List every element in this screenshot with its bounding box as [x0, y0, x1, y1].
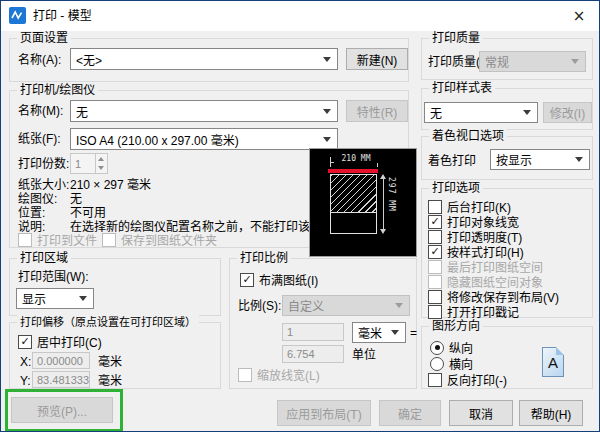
scale-lineweights-checkbox-row[interactable]: 缩放线宽(L) — [238, 366, 320, 383]
apply-to-layout-button[interactable]: 应用到布局(T) — [277, 400, 371, 426]
scale-label: 比例(S): — [238, 299, 281, 313]
chevron-down-icon — [323, 57, 331, 62]
dimension-arrow-down-icon — [380, 229, 386, 234]
fit-to-paper-checkbox-row[interactable]: 布满图纸(I) — [240, 271, 318, 288]
edit-style-button[interactable]: 修改(I) — [543, 102, 592, 123]
group-shaded-viewport: 着色视口选项 着色打印 按显示 — [421, 136, 593, 180]
printer-name-select[interactable]: 无 — [70, 100, 338, 122]
printer-name-label: 名称(M): — [18, 104, 63, 118]
cancel-button[interactable]: 取消 — [449, 400, 513, 426]
paper-select[interactable]: ISO A4 (210.00 x 297.00 毫米) — [70, 128, 338, 150]
plot-to-file-checkbox[interactable] — [18, 233, 32, 247]
portrait-label: 纵向 — [449, 339, 473, 356]
reverse-plot-label: 反向打印(-) — [447, 371, 507, 388]
center-plot-checkbox-row[interactable]: 居中打印(C) — [18, 333, 102, 350]
equals-sign: = — [410, 326, 417, 340]
chevron-down-icon — [391, 330, 399, 335]
plot-style-select[interactable]: 无 — [424, 102, 538, 123]
option-checkbox[interactable] — [428, 200, 442, 214]
group-title: 打印选项 — [429, 181, 483, 195]
x-offset-label: X: — [20, 355, 31, 369]
option-checkbox[interactable] — [428, 245, 442, 259]
option-checkbox[interactable] — [428, 305, 442, 319]
portrait-radio[interactable] — [430, 341, 444, 355]
group-title: 着色视口选项 — [429, 129, 507, 143]
chevron-down-icon — [323, 109, 331, 114]
group-plot-style-table: 打印样式表 无 修改(I) — [421, 88, 593, 130]
paper-value: ISO A4 (210.00 x 297.00 毫米) — [76, 131, 239, 148]
new-button[interactable]: 新建(N) — [346, 48, 408, 70]
group-title: 打印区域 — [17, 251, 71, 265]
help-button[interactable]: 帮助(H) — [519, 400, 583, 426]
group-title: 页面设置 — [17, 31, 71, 45]
option-checkbox[interactable] — [428, 230, 442, 244]
portrait-radio-row[interactable]: 纵向 — [430, 339, 473, 356]
option-row[interactable]: 打开打印戳记 — [428, 303, 519, 320]
group-plot-area: 打印区域 打印范围(W): 显示 — [9, 258, 221, 316]
properties-button[interactable]: 特性(R) — [346, 100, 408, 122]
plot-range-select[interactable]: 显示 — [16, 288, 94, 309]
app-icon — [9, 7, 26, 24]
shade-plot-value: 按显示 — [496, 151, 532, 168]
reverse-plot-checkbox[interactable] — [428, 373, 442, 387]
option-checkbox[interactable] — [428, 290, 442, 304]
plot-to-file-checkbox-row[interactable]: 打印到文件 — [18, 231, 97, 248]
plot-area-hatch — [330, 174, 377, 213]
group-plot-quality: 打印质量 打印质量(Q): 常规 — [421, 38, 593, 80]
center-plot-checkbox[interactable] — [18, 335, 32, 349]
copies-stepper[interactable]: 1 — [70, 153, 108, 174]
shade-plot-label: 着色打印 — [428, 154, 476, 168]
paper-size-label: 纸张大小: — [18, 178, 69, 192]
dimension-line — [383, 176, 384, 232]
option-checkbox[interactable] — [428, 215, 442, 229]
scale-unit-select[interactable]: 毫米 — [352, 322, 406, 343]
group-plot-scale: 打印比例 布满图纸(I) 比例(S): 自定义 1 毫米 = 6.754 单位 … — [229, 258, 417, 389]
title-bar: 打印 - 模型 × — [1, 1, 599, 31]
landscape-radio[interactable] — [430, 357, 444, 371]
group-plot-offset: 打印偏移（原点设置在可打印区域） 居中打印(C) X: 0.000000 毫米 … — [9, 322, 221, 389]
printable-edge-red-bar — [328, 169, 378, 173]
save-to-folder-checkbox[interactable] — [102, 233, 116, 247]
option-checkbox[interactable] — [428, 275, 442, 289]
plotter-value: 无 — [70, 192, 82, 206]
paper-height-dimension: 297 MM — [387, 177, 396, 233]
group-title: 打印质量 — [429, 31, 483, 45]
group-plot-options: 打印选项 后台打印(K) 打印对象线宽 打印透明度(T) 按样式打印(H) 最后… — [421, 188, 593, 318]
plot-quality-value: 常规 — [485, 53, 509, 70]
chevron-down-icon — [323, 137, 331, 142]
reverse-plot-checkbox-row[interactable]: 反向打印(-) — [428, 371, 507, 388]
group-title: 打印比例 — [237, 251, 291, 265]
option-checkbox[interactable] — [428, 260, 442, 274]
plot-style-value: 无 — [430, 104, 442, 121]
landscape-radio-row[interactable]: 横向 — [430, 355, 473, 372]
ok-button[interactable]: 确定 — [379, 400, 441, 426]
scale-lineweights-label: 缩放线宽(L) — [257, 366, 320, 383]
save-to-folder-checkbox-row[interactable]: 保存到图纸文件夹 — [102, 231, 217, 248]
option-label: 打开打印戳记 — [447, 303, 519, 320]
scale-select[interactable]: 自定义 — [282, 295, 410, 316]
plot-to-file-label: 打印到文件 — [37, 231, 97, 248]
fit-to-paper-checkbox[interactable] — [240, 273, 254, 287]
stepper-down-icon[interactable] — [96, 164, 107, 174]
scale-numerator-input[interactable]: 1 — [282, 323, 344, 341]
plot-quality-select[interactable]: 常规 — [479, 51, 586, 72]
page-setup-name-select[interactable]: <无> — [70, 48, 338, 70]
chevron-down-icon — [395, 303, 403, 308]
chevron-down-icon — [575, 157, 583, 162]
stepper-arrows[interactable] — [95, 154, 107, 173]
center-plot-label: 居中打印(C) — [37, 333, 102, 350]
stepper-up-icon[interactable] — [96, 154, 107, 164]
scale-denominator-input[interactable]: 6.754 — [282, 345, 344, 363]
scale-lineweights-checkbox[interactable] — [238, 368, 252, 382]
plot-range-value: 显示 — [22, 290, 46, 307]
y-offset-input[interactable]: 83.481333 — [32, 371, 90, 388]
group-page-setup: 页面设置 名称(A): <无> 新建(N) — [9, 38, 409, 82]
fit-to-paper-label: 布满图纸(I) — [259, 271, 318, 288]
orientation-letter: A — [548, 354, 558, 371]
x-offset-input[interactable]: 0.000000 — [32, 352, 90, 369]
y-unit-label: 毫米 — [98, 374, 122, 388]
shade-plot-select[interactable]: 按显示 — [490, 149, 590, 170]
close-icon[interactable]: × — [559, 1, 599, 31]
paper-preview: 210 MM 297 MM — [309, 148, 417, 257]
y-offset-label: Y: — [20, 374, 31, 388]
